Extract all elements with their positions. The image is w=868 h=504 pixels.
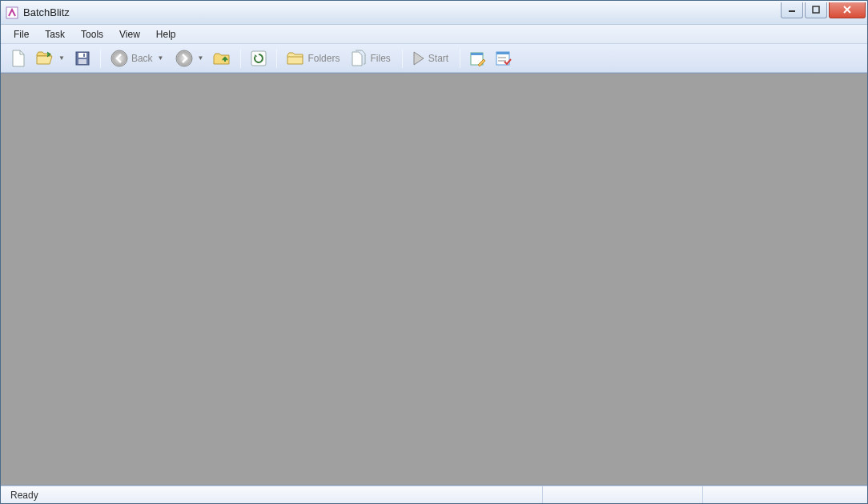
svg-point-10 <box>177 51 191 66</box>
folders-label: Folders <box>307 53 340 64</box>
maximize-button[interactable] <box>805 2 827 18</box>
status-text: Ready <box>6 486 542 503</box>
window-controls <box>779 2 866 18</box>
toolbar-separator <box>100 49 101 68</box>
menu-view[interactable]: View <box>111 26 148 42</box>
folder-up-icon <box>213 50 231 66</box>
open-folder-icon <box>36 50 54 66</box>
folders-icon <box>287 50 304 66</box>
refresh-icon <box>251 50 267 66</box>
menu-file[interactable]: File <box>6 26 37 42</box>
chevron-down-icon: ▼ <box>158 54 164 62</box>
minimize-button[interactable] <box>781 2 803 18</box>
menu-task[interactable]: Task <box>37 26 73 42</box>
close-button[interactable] <box>829 2 866 18</box>
status-pane-2 <box>702 486 862 503</box>
edit-page-icon <box>470 50 486 66</box>
toolbar: ▼ Bac <box>1 44 867 73</box>
new-button[interactable] <box>7 47 30 70</box>
refresh-button[interactable] <box>247 47 270 70</box>
svg-rect-11 <box>251 51 266 66</box>
svg-rect-5 <box>78 59 86 64</box>
save-button[interactable] <box>71 47 94 70</box>
toolbar-separator <box>276 49 277 68</box>
svg-rect-6 <box>83 54 85 57</box>
statusbar: Ready <box>1 486 867 503</box>
start-button[interactable]: Start <box>409 47 453 70</box>
toolbar-separator <box>240 49 241 68</box>
open-button[interactable]: ▼ <box>33 47 68 70</box>
toolbar-separator <box>402 49 403 68</box>
back-arrow-icon <box>111 50 128 67</box>
window-title: BatchBlitz <box>23 6 70 18</box>
play-icon <box>412 51 425 66</box>
preferences-button[interactable] <box>492 47 515 70</box>
save-icon <box>74 50 90 66</box>
svg-point-8 <box>112 51 127 66</box>
files-icon <box>351 50 367 67</box>
svg-rect-4 <box>78 53 86 58</box>
svg-rect-1 <box>789 10 795 12</box>
forward-button[interactable]: ▼ <box>172 47 207 70</box>
back-label: Back <box>131 53 153 64</box>
back-button[interactable]: Back ▼ <box>107 47 169 70</box>
menu-help[interactable]: Help <box>148 26 184 42</box>
up-button[interactable] <box>210 47 234 70</box>
forward-arrow-icon <box>175 50 193 67</box>
start-label: Start <box>428 53 448 64</box>
edit-options-button[interactable] <box>467 47 489 70</box>
svg-rect-15 <box>496 52 509 54</box>
chevron-down-icon: ▼ <box>58 54 65 62</box>
files-button[interactable]: Files <box>348 47 395 70</box>
content-area <box>1 73 867 486</box>
folders-button[interactable]: Folders <box>283 47 344 70</box>
menu-tools[interactable]: Tools <box>73 26 111 42</box>
status-pane-1 <box>542 486 702 503</box>
menubar: File Task Tools View Help <box>1 25 867 44</box>
checklist-icon <box>496 50 512 66</box>
svg-rect-2 <box>813 6 819 13</box>
document-icon <box>10 50 26 67</box>
svg-rect-13 <box>471 53 483 55</box>
app-window: BatchBlitz File Task Tools View Help <box>0 0 868 504</box>
chevron-down-icon: ▼ <box>198 54 204 62</box>
titlebar: BatchBlitz <box>1 1 867 25</box>
files-label: Files <box>370 53 390 64</box>
app-icon <box>6 6 18 19</box>
toolbar-separator <box>460 49 460 68</box>
